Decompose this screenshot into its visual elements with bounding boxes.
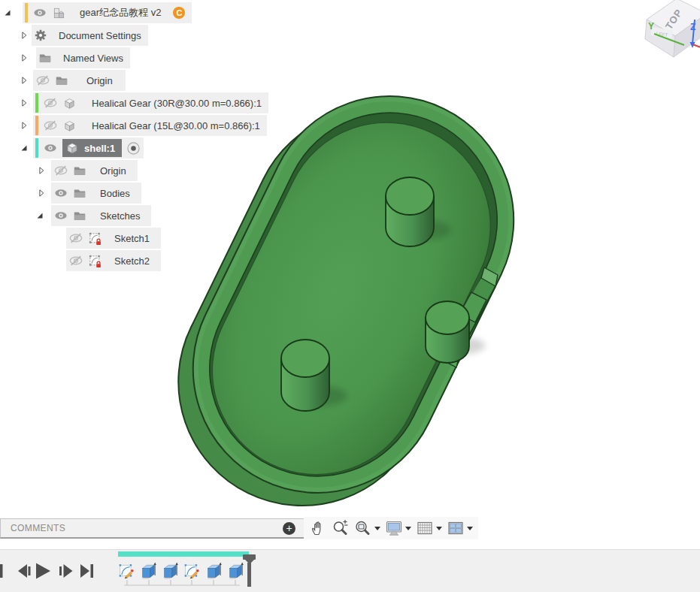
eye-icon[interactable] xyxy=(53,209,68,222)
grid-and-snaps-button[interactable] xyxy=(414,519,444,537)
browser-row-gear-15l[interactable]: Healical Gear (15L@30.00 m=0.866):1 xyxy=(0,115,267,136)
browser-row-sketch2[interactable]: Sketch2 xyxy=(0,250,161,271)
browser-row-named-views[interactable]: Named Views xyxy=(0,47,130,68)
expand-arrow-icon[interactable] xyxy=(2,8,13,18)
display-settings-icon xyxy=(385,519,403,537)
dropdown-caret-icon[interactable] xyxy=(467,527,473,530)
navigation-toolbar xyxy=(304,517,478,539)
boss-cylinder-left xyxy=(281,340,329,411)
browser-row-sketches[interactable]: Sketches xyxy=(0,205,151,226)
fusion360-window: TOP LEFT Y Z gear纪念品教程 v2 C Document Set… xyxy=(0,0,700,592)
browser-row-origin[interactable]: Origin xyxy=(0,70,126,91)
browser-row-shell[interactable]: shell:1 xyxy=(0,137,144,159)
play-icon xyxy=(36,563,50,579)
boss-cylinder-top xyxy=(386,177,434,246)
axis-x-line xyxy=(692,44,700,50)
comments-bar[interactable]: COMMENTS + xyxy=(0,518,308,539)
tree-item-label: Sketches xyxy=(100,210,140,222)
collapse-arrow-icon[interactable] xyxy=(19,98,29,108)
go-to-start-icon xyxy=(0,564,3,578)
expand-arrow-icon[interactable] xyxy=(19,143,29,153)
add-comment-button[interactable]: + xyxy=(283,522,295,535)
tree-item-label: Named Views xyxy=(63,53,123,64)
folder-icon xyxy=(38,51,52,65)
collapse-arrow-icon[interactable] xyxy=(36,188,47,198)
browser-row-gear-30r[interactable]: Healical Gear (30R@30.00 m=0.866):1 xyxy=(0,92,268,113)
eye-off-icon[interactable] xyxy=(68,231,83,245)
component-color-bar xyxy=(35,93,38,113)
browser-row-shell-origin[interactable]: Origin xyxy=(0,160,138,181)
boss-cylinder-right xyxy=(426,301,469,363)
gear-icon xyxy=(34,29,47,42)
sketch-locked-icon xyxy=(88,254,102,268)
fit-button[interactable] xyxy=(352,519,383,537)
eye-off-icon[interactable] xyxy=(43,119,58,132)
timeline-playhead[interactable] xyxy=(243,554,256,587)
activate-radio-icon[interactable] xyxy=(126,141,141,156)
tree-item-label: shell:1 xyxy=(84,143,115,154)
tree-item-label: Bodies xyxy=(100,188,130,199)
fit-magnifier-icon xyxy=(354,519,372,537)
eye-off-icon[interactable] xyxy=(35,74,50,87)
document-icon xyxy=(52,6,66,20)
component-cube-icon xyxy=(62,119,77,133)
view-cube[interactable]: TOP LEFT Y Z xyxy=(632,0,700,65)
timeline-group-bar[interactable] xyxy=(118,551,249,557)
collapse-arrow-icon[interactable] xyxy=(19,30,29,41)
eye-icon[interactable] xyxy=(53,186,68,200)
dropdown-caret-icon[interactable] xyxy=(374,527,380,530)
cloud-status-badge[interactable]: C xyxy=(173,7,185,19)
expand-arrow-icon[interactable] xyxy=(35,210,45,221)
tree-item-label: Sketch1 xyxy=(114,233,150,244)
browser-row-root[interactable]: gear纪念品教程 v2 C xyxy=(0,2,192,23)
pan-button[interactable] xyxy=(307,519,329,537)
component-color-bar xyxy=(35,116,38,135)
dropdown-caret-icon[interactable] xyxy=(436,527,442,530)
browser-row-sketch1[interactable]: Sketch1 xyxy=(0,228,161,249)
axis-y-label: Y xyxy=(648,21,654,32)
eye-off-icon[interactable] xyxy=(43,96,58,110)
timeline-ticks xyxy=(118,578,253,587)
playhead-stem xyxy=(247,563,251,587)
component-color-bar xyxy=(25,3,28,23)
folder-icon xyxy=(73,186,86,200)
active-component-highlight: shell:1 xyxy=(62,139,122,157)
browser-row-document-settings[interactable]: Document Settings xyxy=(0,25,148,46)
comments-label: COMMENTS xyxy=(11,523,65,533)
dropdown-caret-icon[interactable] xyxy=(405,527,411,530)
component-cube-icon xyxy=(65,140,80,156)
viewports-button[interactable] xyxy=(444,519,475,537)
folder-icon xyxy=(73,164,86,177)
go-to-end-icon xyxy=(80,564,89,578)
pan-hand-icon xyxy=(309,519,327,537)
eye-icon[interactable] xyxy=(43,141,58,155)
document-title: gear纪念品教程 v2 xyxy=(80,6,161,20)
tree-item-label: Sketch2 xyxy=(114,255,150,267)
folder-icon xyxy=(73,209,86,222)
collapse-arrow-icon[interactable] xyxy=(19,120,29,131)
timeline-playback-controls[interactable] xyxy=(0,560,105,583)
step-back-icon xyxy=(18,564,27,578)
collapse-arrow-icon[interactable] xyxy=(19,53,29,63)
folder-icon xyxy=(55,74,68,87)
tree-item-label: Document Settings xyxy=(59,30,141,41)
collapse-arrow-icon[interactable] xyxy=(19,75,29,86)
browser-row-bodies[interactable]: Bodies xyxy=(0,183,141,204)
grid-icon xyxy=(416,519,434,537)
display-settings-button[interactable] xyxy=(383,519,414,537)
component-cube-icon xyxy=(62,96,77,110)
eye-off-icon[interactable] xyxy=(68,254,83,267)
zoom-button[interactable] xyxy=(329,519,352,537)
tree-item-label: Healical Gear (30R@30.00 m=0.866):1 xyxy=(92,98,262,109)
sketch-locked-icon xyxy=(88,231,102,246)
eye-icon[interactable] xyxy=(32,6,47,20)
playhead-handle[interactable] xyxy=(243,554,256,560)
tree-item-label: Origin xyxy=(100,165,126,177)
step-forward-icon xyxy=(64,564,73,578)
viewports-icon xyxy=(447,519,465,537)
eye-off-icon[interactable] xyxy=(53,164,68,177)
component-color-bar xyxy=(35,138,38,158)
collapse-arrow-icon[interactable] xyxy=(36,165,47,176)
tree-item-label: Healical Gear (15L@30.00 m=0.866):1 xyxy=(92,120,260,131)
zoom-magnifier-icon xyxy=(332,519,350,537)
